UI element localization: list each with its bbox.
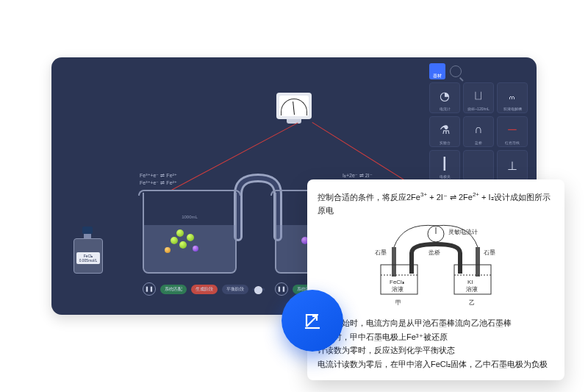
particle: [187, 234, 194, 241]
problem-stem: 控制合适的条件，将反应2Fe3+ + 2I⁻ ⇌ 2Fe2+ + I₂设计成如图…: [318, 190, 554, 218]
galvanometer[interactable]: [276, 93, 312, 124]
svg-text:盐桥: 盐桥: [429, 249, 440, 256]
progress-slider[interactable]: [253, 288, 265, 291]
svg-rect-3: [476, 247, 480, 277]
equipment-grid: ◔电流计 ⨆烧杯~120/mL ⩋双液电解槽 ⚗实验台 ∩盐桥 ─红色导线 ┃电…: [429, 82, 531, 181]
stand-icon: ⊥: [507, 152, 517, 179]
search-icon[interactable]: [450, 65, 462, 77]
svg-text:乙: 乙: [469, 299, 475, 306]
equipment-item[interactable]: ◔电流计: [429, 82, 460, 113]
particle: [179, 241, 187, 249]
particle: [176, 229, 184, 237]
svg-text:溶液: 溶液: [466, 286, 478, 293]
option-d[interactable]: 电流计读数为零后，在甲中溶入FeCl₂固体，乙中石墨电极为负极: [318, 357, 554, 371]
equipment-toolbar: 器材 ◔电流计 ⨆烧杯~120/mL ⩋双液电解槽 ⚗实验台 ∩盐桥 ─红色导线…: [429, 63, 531, 181]
svg-text:甲: 甲: [395, 299, 401, 306]
double-beaker-icon: ⩋: [509, 85, 515, 107]
controls-left: ❚❚ 系统匹配 生成阶段 平衡阶段: [143, 282, 265, 296]
equipment-item[interactable]: ⨆烧杯~120/mL: [463, 82, 494, 113]
svg-text:石墨: 石墨: [375, 249, 387, 256]
red-wire-icon: ─: [508, 118, 516, 140]
export-icon: [300, 308, 325, 333]
beaker-volume-label: 1000mL: [182, 215, 198, 219]
toolbar-tab-label: 器材: [433, 73, 442, 79]
equipment-item[interactable]: ⩋双液电解槽: [497, 82, 528, 113]
svg-rect-2: [392, 247, 396, 277]
particle: [165, 247, 171, 253]
option-b[interactable]: 开始时，甲中石墨电极上Fe³⁺被还原: [318, 330, 554, 344]
svg-text:KI: KI: [467, 279, 473, 285]
equipment-item[interactable]: [463, 150, 494, 181]
option-c[interactable]: 计读数为零时，反应达到化学平衡状态: [318, 343, 554, 357]
equipment-item[interactable]: ┃电极夹: [429, 150, 460, 181]
svg-text:FeCl₃: FeCl₃: [390, 279, 404, 285]
chip-add[interactable]: 生成阶段: [191, 285, 218, 294]
equipment-item[interactable]: ∩盐桥: [463, 116, 494, 147]
beaker-left[interactable]: 1000mL: [143, 193, 237, 274]
export-fab[interactable]: [282, 290, 343, 352]
bridge-icon: ∩: [474, 118, 483, 140]
chip-balance[interactable]: 平衡阶段: [222, 285, 248, 294]
svg-line-17: [306, 316, 317, 327]
play-button[interactable]: ❚❚: [143, 282, 156, 296]
play-button[interactable]: ❚❚: [275, 282, 288, 296]
svg-text:溶液: 溶液: [392, 286, 404, 293]
toolbar-tab-equipment[interactable]: 器材: [429, 63, 445, 79]
flask-icon: ⚗: [440, 118, 450, 140]
meter-icon: ◔: [440, 85, 450, 107]
particle: [171, 237, 178, 244]
options: 反应开始时，电流方向是从甲池石墨棒流向乙池石墨棒 开始时，甲中石墨电极上Fe³⁺…: [318, 316, 554, 371]
clamp-icon: ┃: [441, 152, 448, 174]
svg-text:石墨: 石墨: [484, 249, 495, 256]
equipment-item[interactable]: ─红色导线: [497, 116, 528, 147]
problem-card: 控制合适的条件，将反应2Fe3+ + 2I⁻ ⇌ 2Fe2+ + I₂设计成如图…: [307, 179, 564, 380]
option-a[interactable]: 反应开始时，电流方向是从甲池石墨棒流向乙池石墨棒: [318, 316, 554, 330]
equipment-item[interactable]: ⚗实验台: [429, 116, 460, 147]
left-half-reaction: Fe³⁺+e⁻ ⇌ Fe²⁺ Fe³⁺+e⁻ ⇌ Fe²⁺: [140, 172, 177, 187]
reagent-label: FeCl₃ 0.005mol/L: [76, 252, 100, 264]
chip-system[interactable]: 系统匹配: [160, 285, 187, 294]
reagent-bottle[interactable]: FeCl₃ 0.005mol/L: [74, 227, 101, 274]
particle: [193, 246, 198, 252]
equipment-item[interactable]: ⊥: [497, 150, 528, 181]
circuit-diagram: 灵敏电流计 石墨 石墨 盐桥 FeCl₃ 溶液 KI: [318, 222, 554, 310]
beaker-icon: ⨆: [475, 85, 482, 107]
